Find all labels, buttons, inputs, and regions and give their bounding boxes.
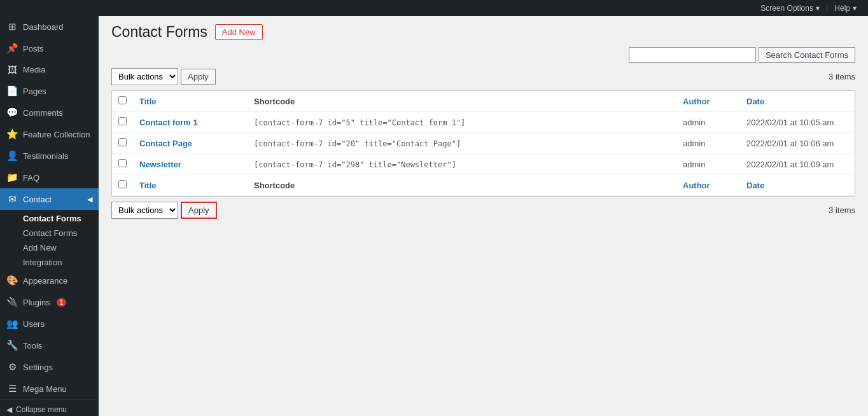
row-author-cell: admin (676, 133, 740, 154)
main-content: Contact Forms Add New Search Contact For… (99, 16, 868, 416)
form-title-link[interactable]: Contact Page (139, 139, 192, 148)
bulk-actions-select-top[interactable]: Bulk actions (111, 68, 178, 85)
title-column-header[interactable]: Title (133, 91, 248, 112)
sidebar-item-faq[interactable]: 📁 FAQ (0, 167, 99, 188)
screen-options-label: Screen Options (760, 4, 813, 13)
submenu-item-add-new[interactable]: Add New (0, 240, 99, 255)
tools-icon: 🔧 (6, 340, 18, 351)
add-new-button[interactable]: Add New (215, 24, 263, 40)
select-all-checkbox-footer[interactable] (118, 180, 127, 188)
feature-collection-icon: ⭐ (6, 128, 18, 140)
sidebar-item-label: Contact (23, 195, 52, 204)
sidebar-item-tools[interactable]: 🔧 Tools (0, 335, 99, 356)
row-checkbox-cell (112, 154, 133, 175)
form-title-link[interactable]: Newsletter (139, 160, 181, 169)
table-row: Contact form 1 [contact-form-7 id="5" ti… (112, 112, 855, 133)
sidebar-item-media[interactable]: 🖼 Media (0, 59, 99, 80)
row-date-cell: 2022/02/01 at 10:06 am (740, 133, 855, 154)
settings-icon: ⚙ (6, 361, 18, 373)
apply-button-bottom[interactable]: Apply (181, 202, 217, 219)
toolbar-top-left: Bulk actions Apply (111, 68, 216, 85)
sidebar-item-label: Mega Menu (23, 384, 67, 394)
row-date-cell: 2022/02/01 at 10:05 am (740, 112, 855, 133)
dashboard-icon: ⊞ (6, 21, 18, 32)
screen-options-button[interactable]: Screen Options ▾ (755, 4, 825, 13)
toolbar-top: Bulk actions Apply 3 items (111, 68, 855, 85)
help-button[interactable]: Help ▾ (829, 4, 862, 13)
sidebar-item-appearance[interactable]: 🎨 Appearance (0, 270, 99, 291)
sidebar-item-label: Feature Collection (23, 130, 90, 139)
shortcode-value: [contact-form-7 id="20" title="Contact P… (254, 139, 461, 148)
row-author-cell: admin (676, 154, 740, 175)
sidebar-item-label: Settings (23, 363, 53, 372)
contact-forms-table: Title Shortcode Author Date Contact form… (112, 91, 855, 196)
form-title-link[interactable]: Contact form 1 (139, 118, 198, 127)
sidebar-item-label: Appearance (23, 276, 67, 286)
appearance-icon: 🎨 (6, 275, 18, 286)
mega-menu-icon: ☰ (6, 383, 18, 394)
sidebar-item-dashboard[interactable]: ⊞ Dashboard (0, 16, 99, 38)
media-icon: 🖼 (6, 64, 18, 75)
sidebar-item-label: Testimonials (23, 151, 69, 161)
shortcode-column-footer: Shortcode (248, 175, 676, 196)
sidebar-item-users[interactable]: 👥 Users (0, 313, 99, 335)
sidebar-item-contact[interactable]: ✉ Contact ◀ (0, 188, 99, 210)
author-column-footer[interactable]: Author (676, 175, 740, 196)
row-checkbox[interactable] (118, 159, 127, 167)
author-value: admin (683, 118, 705, 127)
search-contact-forms-button[interactable]: Search Contact Forms (759, 47, 855, 63)
items-count-bottom: 3 items (829, 205, 855, 215)
row-author-cell: admin (676, 112, 740, 133)
shortcode-value: [contact-form-7 id="5" title="Contact fo… (254, 118, 465, 127)
submenu-item-integration[interactable]: Integration (0, 255, 99, 270)
sidebar-item-feature-collection[interactable]: ⭐ Feature Collection (0, 123, 99, 145)
screen-options-arrow-icon: ▾ (816, 4, 820, 13)
bulk-actions-select-bottom[interactable]: Bulk actions (111, 202, 178, 219)
submenu-title: Contact Forms (0, 210, 99, 226)
row-shortcode-cell: [contact-form-7 id="298" title="Newslett… (248, 154, 676, 175)
author-value: admin (683, 160, 705, 169)
apply-button-top[interactable]: Apply (181, 69, 216, 85)
row-title-cell: Newsletter (133, 154, 248, 175)
plugins-icon: 🔌 (6, 296, 18, 308)
sidebar-item-label: Dashboard (23, 22, 64, 32)
top-bar: Screen Options ▾ | Help ▾ (0, 0, 868, 16)
date-value: 2022/02/01 at 10:09 am (746, 160, 834, 169)
toolbar-bottom: Bulk actions Apply 3 items (111, 202, 855, 219)
users-icon: 👥 (6, 318, 18, 329)
page-title: Contact Forms (111, 24, 207, 41)
submenu-item-contact-forms[interactable]: Contact Forms (0, 226, 99, 240)
main-layout: ⊞ Dashboard 📌 Posts 🖼 Media 📄 Pages 💬 Co… (0, 16, 868, 416)
search-area: Search Contact Forms (111, 47, 855, 63)
sidebar-item-testimonials[interactable]: 👤 Testimonials (0, 145, 99, 167)
sidebar-item-settings[interactable]: ⚙ Settings (0, 356, 99, 378)
table-footer-row: Title Shortcode Author Date (112, 175, 855, 196)
date-column-header[interactable]: Date (740, 91, 855, 112)
posts-icon: 📌 (6, 43, 18, 54)
author-column-header[interactable]: Author (676, 91, 740, 112)
items-count-top: 3 items (829, 72, 855, 81)
row-checkbox[interactable] (118, 117, 127, 125)
collapse-menu-button[interactable]: ◀ Collapse menu (0, 399, 99, 416)
select-all-checkbox[interactable] (118, 96, 127, 104)
contact-forms-table-wrap: Title Shortcode Author Date Contact form… (111, 90, 855, 197)
sidebar-item-comments[interactable]: 💬 Comments (0, 102, 99, 123)
sidebar-item-posts[interactable]: 📌 Posts (0, 38, 99, 59)
sidebar-item-plugins[interactable]: 🔌 Plugins 1 (0, 291, 99, 313)
row-checkbox-cell (112, 112, 133, 133)
sidebar-item-pages[interactable]: 📄 Pages (0, 80, 99, 102)
date-column-footer[interactable]: Date (740, 175, 855, 196)
shortcode-column-header: Shortcode (248, 91, 676, 112)
faq-icon: 📁 (6, 172, 18, 183)
sidebar-item-mega-menu[interactable]: ☰ Mega Menu (0, 378, 99, 399)
date-value: 2022/02/01 at 10:05 am (746, 118, 834, 127)
title-column-footer[interactable]: Title (133, 175, 248, 196)
comments-icon: 💬 (6, 107, 18, 118)
search-input[interactable] (629, 47, 756, 63)
sidebar-item-label: FAQ (23, 173, 39, 183)
contact-icon: ✉ (6, 193, 18, 205)
toolbar-bottom-left: Bulk actions Apply (111, 202, 217, 219)
sidebar-item-label: Tools (23, 341, 42, 350)
row-checkbox[interactable] (118, 138, 127, 146)
row-date-cell: 2022/02/01 at 10:09 am (740, 154, 855, 175)
